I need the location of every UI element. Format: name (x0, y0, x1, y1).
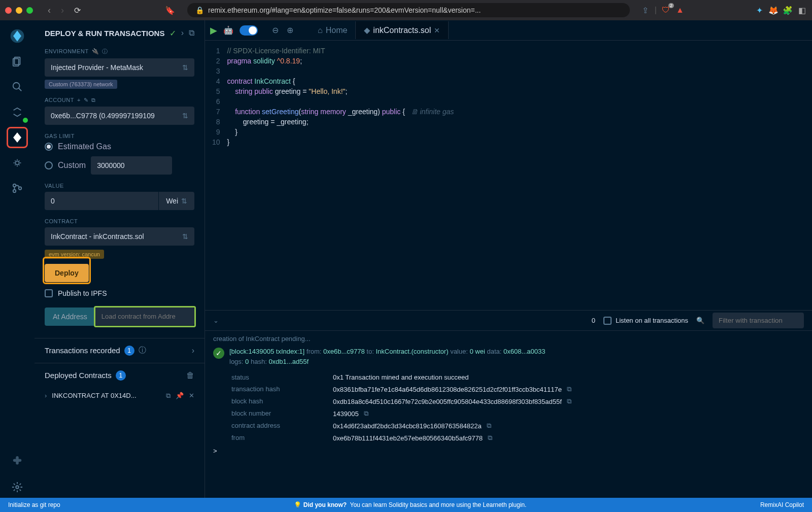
copilot-link[interactable]: RemixAI Copilot (760, 501, 804, 508)
tx-blocknum-row: block number1439005⧉ (231, 407, 804, 420)
account-dropdown[interactable]: 0xe6b...C9778 (0.499997199109 ⇅ (45, 107, 194, 125)
status-bar: Initialize as git repo 💡 Did you know? Y… (0, 498, 812, 512)
copy-icon[interactable]: ⧉ (487, 422, 491, 430)
panel-expand-icon[interactable]: › (181, 28, 184, 38)
maximize-window[interactable] (26, 7, 33, 14)
compiler-icon[interactable] (7, 101, 28, 123)
copy-icon[interactable]: ⧉ (166, 392, 171, 400)
settings-icon[interactable] (7, 476, 28, 498)
deploy-run-icon[interactable] (7, 127, 28, 148)
pending-text: creation of InkContract pending... (213, 335, 804, 343)
copilot-toggle[interactable] (240, 25, 258, 36)
zoom-out-icon[interactable]: ⊖ (270, 23, 281, 37)
account-copy-icon[interactable]: ⧉ (91, 97, 96, 104)
tx-blockhash-row: block hash0xdb18a8c64d510c1667fe72c9b2e0… (231, 395, 804, 407)
listen-all-checkbox[interactable]: Listen on all transactions (603, 317, 688, 325)
account-edit-icon[interactable]: ✎ (84, 97, 89, 104)
git-icon[interactable] (7, 178, 28, 199)
robot-icon[interactable]: 🤖 (221, 23, 235, 37)
terminal-prompt[interactable]: > (213, 444, 804, 458)
terminal-search-icon[interactable]: 🔍 (696, 317, 704, 324)
publish-ipfs-checkbox[interactable]: Publish to IPFS (45, 289, 194, 297)
deployed-contract-item[interactable]: › INKCONTRACT AT 0X14D... ⧉ 📌 ✕ (35, 388, 205, 404)
ext-icon-1[interactable]: ✦ (754, 5, 764, 15)
at-address-input[interactable] (95, 308, 194, 325)
metamask-icon[interactable]: 🦊 (768, 5, 779, 15)
value-input[interactable] (45, 192, 158, 210)
tx-hash-row: transaction hash0x8361bfba71fe7e1c84a645… (231, 383, 804, 395)
debugger-icon[interactable] (7, 152, 28, 174)
terminal-filter-input[interactable] (713, 313, 804, 328)
trash-icon[interactable]: 🗑 (186, 371, 194, 380)
solidity-icon: ◆ (364, 25, 370, 35)
env-info-icon[interactable]: ⓘ (102, 48, 108, 55)
bookmark-icon[interactable]: 🔖 (163, 4, 177, 17)
search-icon[interactable] (7, 76, 28, 97)
copy-icon[interactable]: ⧉ (488, 434, 492, 442)
brave-rewards-icon[interactable]: ▲ (675, 5, 685, 15)
svg-point-5 (15, 161, 19, 164)
close-window[interactable] (5, 7, 12, 14)
minimize-window[interactable] (16, 7, 22, 14)
svg-point-8 (19, 187, 22, 190)
panel-layout-icon[interactable]: ⧉ (189, 28, 194, 38)
close-icon[interactable]: ✕ (189, 392, 194, 399)
editor-area: ▶ 🤖 ⊖ ⊕ ⌂ Home ◆ inkContracts.sol ✕ 1234… (205, 20, 812, 498)
run-icon[interactable]: ▶ (210, 25, 217, 36)
env-plug-icon[interactable]: 🔌 (92, 48, 99, 55)
contract-dropdown[interactable]: InkContract - inkContracts.sol ⇅ (45, 227, 194, 246)
value-unit-dropdown[interactable]: Wei ⇅ (158, 192, 194, 210)
address-bar[interactable]: 🔒 remix.ethereum.org/#lang=en&optimize=f… (187, 3, 630, 17)
transactions-recorded-section[interactable]: Transactions recorded 1 ⓘ › (35, 338, 205, 363)
remix-logo-icon[interactable] (7, 25, 28, 47)
svg-point-3 (13, 83, 20, 89)
copy-icon[interactable]: ⧉ (567, 385, 571, 393)
account-label: ACCOUNT (45, 97, 74, 103)
copy-icon[interactable]: ⧉ (364, 409, 368, 418)
success-icon: ✓ (213, 348, 224, 359)
deployed-contracts-section: Deployed Contracts 1 🗑 (35, 363, 205, 388)
plugin-manager-icon[interactable] (7, 451, 28, 472)
code-editor[interactable]: 12345678910 // SPDX-License-Identifier: … (205, 41, 812, 310)
copy-icon[interactable]: ⧉ (567, 397, 571, 405)
close-tab-icon[interactable]: ✕ (434, 26, 440, 35)
terminal-body[interactable]: creation of InkContract pending... ✓ [bl… (205, 331, 812, 498)
gas-custom-input[interactable] (91, 156, 172, 175)
code-content[interactable]: // SPDX-License-Identifier: MIT pragma s… (227, 41, 812, 310)
git-init-link[interactable]: Initialize as git repo (8, 501, 60, 508)
sidebar-toggle-icon[interactable]: ◧ (797, 5, 807, 15)
deploy-button[interactable]: Deploy (45, 264, 89, 282)
panel-check-icon[interactable]: ✓ (170, 28, 176, 38)
tab-home[interactable]: ⌂ Home (310, 21, 356, 39)
chevron-down-icon: ⇅ (181, 197, 187, 205)
zoom-in-icon[interactable]: ⊕ (285, 23, 295, 37)
contract-label: CONTRACT (45, 218, 194, 224)
gas-estimated-radio[interactable]: Estimated Gas (45, 142, 194, 151)
extensions-icon[interactable]: 🧩 (783, 5, 793, 15)
url-text: remix.ethereum.org/#lang=en&optimize=fal… (208, 6, 481, 14)
gas-custom-radio[interactable]: Custom (45, 156, 194, 175)
forward-button[interactable]: › (58, 3, 67, 18)
chevron-right-icon: › (45, 392, 47, 399)
tab-inkcontracts[interactable]: ◆ inkContracts.sol ✕ (356, 21, 449, 39)
tx-contract-address-row: contract address0x14d6f23abdf2bdc3d34cbc… (231, 420, 804, 432)
svg-point-6 (13, 184, 16, 187)
lock-icon: 🔒 (195, 6, 204, 14)
terminal-collapse-icon[interactable]: ⌄ (213, 317, 219, 324)
pin-icon[interactable]: 📌 (176, 392, 184, 399)
terminal: ⌄ 0 Listen on all transactions 🔍 creatio… (205, 310, 812, 498)
brave-shield-icon[interactable]: 🛡2 (661, 5, 671, 15)
tx-summary[interactable]: [block:1439005 txIndex:1] from: 0xe6b...… (229, 347, 545, 366)
share-icon[interactable]: ⇪ (640, 4, 651, 17)
file-explorer-icon[interactable] (7, 51, 28, 72)
chevron-right-icon: › (192, 346, 194, 355)
env-dropdown[interactable]: Injected Provider - MetaMask ⇅ (45, 58, 194, 77)
info-icon[interactable]: ⓘ (139, 346, 146, 355)
back-button[interactable]: ‹ (45, 3, 54, 18)
network-badge: Custom (763373) network (45, 80, 117, 89)
svg-line-4 (19, 88, 22, 91)
home-icon: ⌂ (318, 26, 323, 35)
at-address-button[interactable]: At Address (45, 308, 95, 326)
reload-button[interactable]: ⟳ (71, 4, 84, 17)
account-add-icon[interactable]: + (77, 97, 81, 103)
